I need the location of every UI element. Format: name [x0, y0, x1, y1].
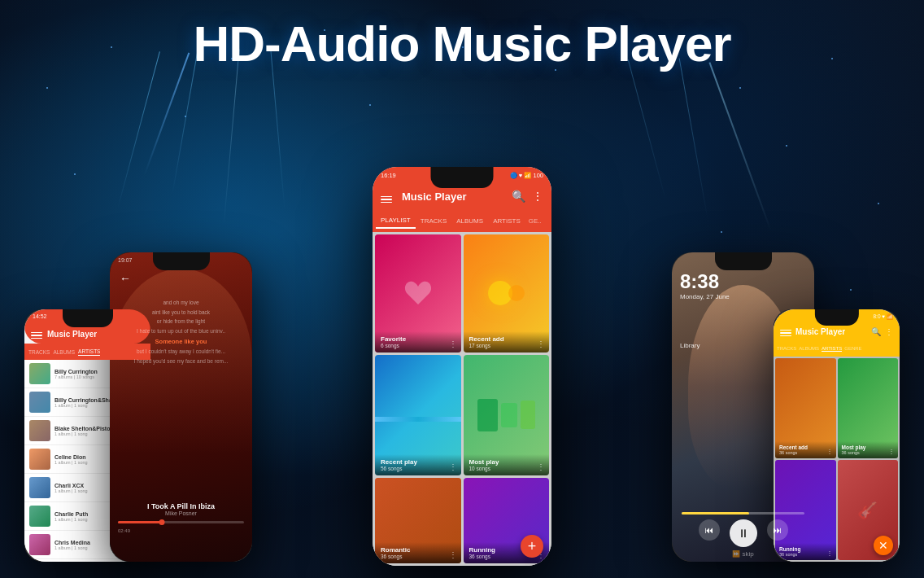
- card-recent-add-dots[interactable]: ⋮: [537, 339, 545, 348]
- phone4-bottom-bar: ⏩ skip: [672, 550, 814, 558]
- main-title: HD-Audio Music Player: [0, 15, 924, 72]
- card-recent-add-name: Recent add: [469, 335, 544, 343]
- playlist-card-most-play[interactable]: Most play 10 songs ⋮: [464, 355, 550, 476]
- phone4-skip-icon: ⏩ skip: [732, 550, 753, 558]
- phone3-menu-icon[interactable]: [381, 196, 392, 204]
- phone-lyrics: 19:07 ← and oh my love aint like you to …: [110, 252, 252, 562]
- phone2-progress-thumb[interactable]: [159, 519, 165, 525]
- phone4-progress-fill: [682, 512, 749, 515]
- phone3-tab-more[interactable]: GE..: [525, 214, 545, 228]
- phone5-tab-albums[interactable]: ALBUMS: [799, 346, 819, 351]
- card-recent-play-name: Recent play: [381, 458, 455, 466]
- phone3-tab-albums[interactable]: ALBUMS: [451, 214, 488, 228]
- phone2-now-playing: I Took A Pill In Ibiza Mike Posner 02:49: [110, 502, 252, 533]
- card-fav-dots[interactable]: ⋮: [449, 339, 457, 348]
- phone3-icons: 🔵 ♥ 📶 100: [510, 172, 543, 179]
- lyrics-line: or hide from the light: [116, 317, 246, 326]
- phone5-tab-tracks[interactable]: TRACKS: [777, 346, 796, 351]
- phone1-menu-icon: [31, 332, 42, 339]
- phone5-search-icon[interactable]: 🔍: [871, 327, 881, 336]
- phone2-status: 19:07: [118, 257, 133, 263]
- phone5-fab-button[interactable]: ✕: [874, 536, 893, 555]
- phone2-screen: 19:07 ← and oh my love aint like you to …: [110, 252, 252, 562]
- phone4-notch: [715, 252, 772, 270]
- playlist-card-romantic[interactable]: Romantic 36 songs ⋮: [375, 478, 461, 563]
- phone1-tab-albums[interactable]: ALBUMS: [53, 349, 75, 355]
- phone3-search-icon[interactable]: 🔍: [512, 190, 525, 203]
- phone3-tab-tracks[interactable]: TRACKS: [416, 214, 451, 228]
- phone3-tab-playlist[interactable]: PLAYLIST: [376, 213, 416, 229]
- phone5-tabs: TRACKS ALBUMS ARTISTS GENRE: [774, 340, 900, 357]
- card-romantic-count: 36 songs: [381, 554, 455, 559]
- lyrics-highlight-line: Someone like you: [116, 336, 246, 348]
- phone4-next-button[interactable]: ⏭: [767, 519, 788, 541]
- phone2-back-button[interactable]: ←: [120, 272, 131, 285]
- phone4-date: Monday, 27 June: [680, 293, 730, 300]
- phone2-song-artist: Mike Posner: [110, 510, 252, 516]
- card-recent-play-count: 56 songs: [381, 466, 455, 471]
- phone2-progress-bar[interactable]: [118, 521, 244, 523]
- phone-playlist: 16:19 🔵 ♥ 📶 100 Music Player 🔍 ⋮ PLAYLIS…: [373, 167, 551, 566]
- phone2-progress-fill: [118, 521, 162, 523]
- lyrics-line: but I couldn't stay away I couldn't fie.…: [116, 347, 246, 357]
- phone3-tab-artists[interactable]: ARTISTS: [488, 214, 525, 228]
- phone4-play-button[interactable]: ⏸: [730, 519, 757, 547]
- phone3-playlist-grid: Favorite 6 songs ⋮ Recent add 17 songs: [373, 232, 551, 566]
- phone4-library-label: Library: [680, 342, 700, 349]
- phone3-fab-button[interactable]: +: [521, 535, 543, 558]
- playlist-card-favorite[interactable]: Favorite 6 songs ⋮: [375, 234, 461, 352]
- card-most-play-name: Most play: [469, 458, 544, 466]
- phone1-title: Music Player: [47, 330, 97, 339]
- phone5-card1-dots[interactable]: ⋮: [826, 448, 833, 455]
- phone5-card2-count: 36 songs: [842, 450, 895, 455]
- playlist-card-recent-add[interactable]: Recent add 17 songs ⋮: [464, 234, 550, 352]
- phone2-song-title: I Took A Pill In Ibiza: [110, 502, 252, 510]
- phone4-prev-button[interactable]: ⏮: [699, 519, 720, 541]
- phone5-card1-name: Recent add: [779, 444, 832, 450]
- phone2-time-elapsed: 02:49: [110, 528, 252, 533]
- card-recent-add-count: 17 songs: [469, 343, 544, 348]
- phone2-lyrics: and oh my love aint like you to hold bac…: [110, 291, 252, 373]
- phone5-notch: [814, 309, 858, 326]
- playlist-card-recent-play[interactable]: Recent play 56 songs ⋮: [375, 355, 461, 476]
- card-most-play-count: 10 songs: [469, 466, 544, 471]
- card-romantic-dots[interactable]: ⋮: [449, 550, 457, 559]
- phone5-tab-genre[interactable]: GENRE: [844, 346, 861, 351]
- phone1-tab-artists[interactable]: ARTISTS: [78, 348, 100, 356]
- phone5-menu-icon[interactable]: [780, 330, 791, 337]
- phone4-controls: ⏮ ⏸ ⏭: [672, 519, 814, 547]
- lyrics-line: I hoped you'd see my face and be rem...: [116, 357, 246, 366]
- phone4-time: 8:38: [680, 270, 719, 293]
- phones-container: Music Player TRACKS ALBUMS ARTISTS 14:52…: [0, 81, 924, 578]
- phone5-card2-name: Most play: [842, 444, 895, 450]
- phone2-notch: [153, 252, 210, 270]
- phone5-card-1[interactable]: Recent add 36 songs ⋮: [775, 358, 836, 458]
- phone3-time: 16:19: [381, 172, 396, 179]
- phone3-more-icon[interactable]: ⋮: [532, 190, 543, 203]
- card-fav-name: Favorite: [381, 335, 455, 343]
- phone5-title: Music Player: [795, 327, 867, 336]
- card-recent-play-dots[interactable]: ⋮: [449, 462, 457, 471]
- phone3-screen: 16:19 🔵 ♥ 📶 100 Music Player 🔍 ⋮ PLAYLIS…: [373, 167, 551, 566]
- phone5-card1-count: 36 songs: [779, 450, 832, 455]
- phone5-card-2[interactable]: Most play 36 songs ⋮: [838, 358, 899, 458]
- lyrics-line: aint like you to hold back: [116, 308, 246, 317]
- phone5-card3-dots[interactable]: ⋮: [826, 550, 833, 557]
- phone3-header-title: Music Player: [402, 190, 505, 203]
- phone3-tabs: PLAYLIST TRACKS ALBUMS ARTISTS GE..: [373, 209, 551, 232]
- lyrics-line: I hate to turn up out of the blue uninv.…: [116, 326, 246, 336]
- phone5-tab-artists[interactable]: ARTISTS: [822, 346, 842, 352]
- phone3-status: 16:19 🔵 ♥ 📶 100: [381, 172, 543, 179]
- card-most-play-dots[interactable]: ⋮: [537, 462, 545, 471]
- lyrics-line: and oh my love: [116, 298, 246, 308]
- phone1-tab-tracks[interactable]: TRACKS: [28, 349, 50, 355]
- phone1-status: 14:52: [33, 313, 47, 319]
- phone5-more-icon[interactable]: ⋮: [885, 327, 893, 336]
- phone4-progress-bar[interactable]: [682, 512, 804, 515]
- phone5-status: 8:0 ♥ 📶: [873, 313, 893, 320]
- phone1-notch: [63, 309, 113, 327]
- card-fav-count: 6 songs: [381, 343, 455, 348]
- card-romantic-name: Romantic: [381, 546, 455, 554]
- phone5-card2-dots[interactable]: ⋮: [888, 448, 895, 455]
